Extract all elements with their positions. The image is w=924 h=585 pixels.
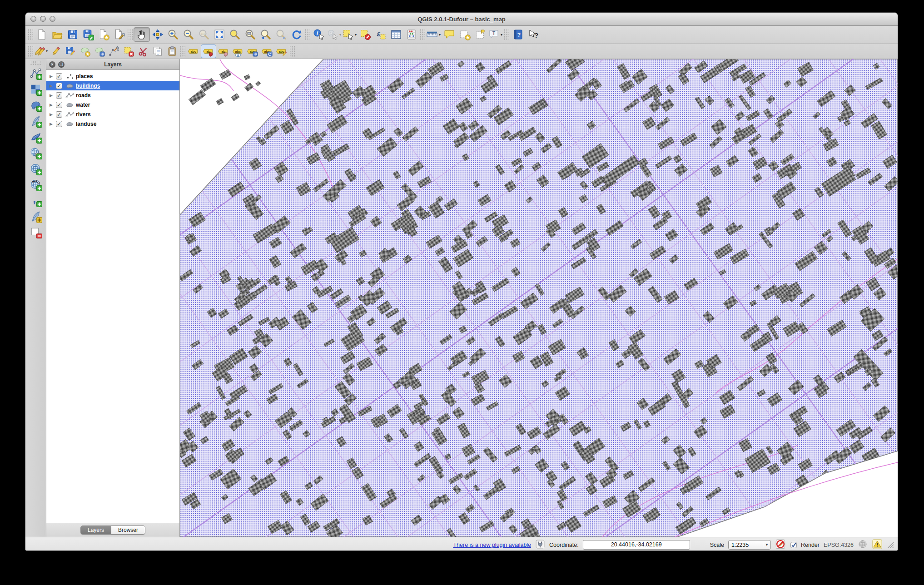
layer-visibility-checkbox[interactable]: ✓ [56,102,62,108]
add-mssql-layer-button[interactable] [28,130,44,146]
node-tool-button[interactable] [107,45,121,58]
deselect-features-button[interactable] [358,28,373,41]
add-wfs-layer-button[interactable] [28,178,44,193]
resize-grip-icon[interactable] [888,542,894,548]
pan-map-button[interactable] [134,27,150,42]
layer-visibility-checkbox[interactable]: ✓ [56,111,62,118]
measure-button[interactable]: ▾ [426,28,442,41]
open-attribute-table-button[interactable] [388,28,404,41]
zoom-last-button[interactable] [258,28,273,41]
zoom-to-selection-button[interactable] [227,28,243,41]
new-bookmark-button[interactable] [457,28,472,41]
tab-layers[interactable]: Layers [81,526,111,534]
save-layer-edits-button[interactable] [63,45,78,58]
render-checkbox[interactable] [790,541,797,548]
expand-arrow-icon[interactable]: ▶ [50,74,56,79]
select-features-button[interactable]: ▾ [342,28,358,41]
panel-tabs: Layers Browser [80,526,145,535]
add-vector-layer-button[interactable] [28,67,44,82]
zoom-next-button[interactable] [273,28,289,41]
expand-arrow-icon[interactable]: ▶ [50,112,56,117]
new-plugin-link[interactable]: There is a new plugin available [453,542,531,548]
highlight-pinned-labels-button[interactable]: ab [216,45,231,58]
pan-map-icon [136,29,148,40]
add-wms-layer-button[interactable] [28,162,44,178]
layer-row-water[interactable]: ▶✓water [46,100,179,109]
minimize-button[interactable] [40,16,46,22]
map-canvas[interactable] [180,59,898,537]
select-by-expression-button[interactable]: ε [373,28,388,41]
add-feature-button[interactable] [78,45,92,58]
composer-manager-button[interactable] [111,28,127,41]
show-bookmarks-button[interactable] [472,28,488,41]
zoom-window-button[interactable] [50,16,55,22]
new-print-composer-button[interactable] [96,28,111,41]
add-oracle-layer-button[interactable] [28,146,44,162]
coordinate-input[interactable]: 20.44016,-34.02169 [583,540,690,550]
change-label-button[interactable]: abc [274,45,289,58]
layer-row-roads[interactable]: ▶✓roads [46,90,179,100]
save-project-as-button[interactable] [80,28,96,41]
run-feature-action-button[interactable]: ▾ [327,28,342,41]
close-button[interactable] [30,16,36,22]
stop-render-icon[interactable] [775,539,786,551]
layers-tree: ▶✓places▶✓buildings▶✓roads▶✓water▶✓river… [46,70,179,523]
zoom-actual-size-button[interactable]: 1:1 [196,28,212,41]
layer-row-landuse[interactable]: ▶✓landuse [46,119,179,129]
add-raster-layer-button[interactable] [28,83,44,98]
refresh-map-button[interactable] [289,28,304,41]
move-label-button[interactable]: abc [245,45,260,58]
current-edits-button[interactable]: ▾ [34,45,49,58]
whats-this-button[interactable]: ? [526,28,541,41]
help-contents-button[interactable]: ? [510,28,526,41]
copy-features-button[interactable] [150,45,165,58]
rotate-label-button[interactable]: abc [260,45,274,58]
scale-combo[interactable]: 1:2235 ▼ [728,540,771,550]
text-annotation-button[interactable]: T▾ [488,28,503,41]
zoom-out-button[interactable] [181,28,196,41]
save-project-button[interactable] [65,28,80,41]
zoom-full-extent-button[interactable] [212,28,227,41]
field-calculator-button[interactable] [404,28,419,41]
expand-arrow-icon[interactable]: ▶ [50,103,56,107]
delete-selected-icon [123,46,134,57]
expand-arrow-icon[interactable]: ▶ [50,84,56,88]
new-spatialite-layer-button[interactable] [28,210,44,225]
remove-layer-button[interactable] [28,226,44,241]
pin-labels-button[interactable]: ab [201,45,216,58]
add-delimited-text-layer-button[interactable]: , [28,194,44,209]
layer-labeling-button[interactable]: abc [186,45,201,58]
layer-row-places[interactable]: ▶✓places [46,71,179,81]
identify-features-button[interactable]: i [311,28,327,41]
crs-globe-icon[interactable] [858,539,868,550]
layer-visibility-checkbox[interactable]: ✓ [56,121,62,127]
cut-features-button[interactable] [136,45,150,58]
layer-visibility-checkbox[interactable]: ✓ [56,92,62,99]
paste-features-button[interactable] [165,45,179,58]
move-feature-button[interactable] [92,45,107,58]
add-postgis-layer-button[interactable] [28,99,44,114]
toolbar-separator [305,29,310,40]
pan-to-selection-button[interactable] [150,28,165,41]
chevron-down-icon: ▾ [338,33,342,37]
plugin-icon[interactable] [535,539,545,550]
zoom-full-extent-icon [214,29,225,40]
layer-row-buildings[interactable]: ▶✓buildings [46,81,179,90]
zoom-to-layer-button[interactable] [243,28,258,41]
tab-browser[interactable]: Browser [111,526,145,534]
expand-arrow-icon[interactable]: ▶ [50,122,56,126]
show-hidden-labels-button[interactable]: abc [231,45,245,58]
new-project-button[interactable] [34,28,50,41]
delete-selected-button[interactable] [121,45,136,58]
messages-warning-icon[interactable] [872,539,883,551]
layer-visibility-checkbox[interactable]: ✓ [56,83,62,89]
add-spatialite-layer-button[interactable] [28,114,44,130]
expand-arrow-icon[interactable]: ▶ [50,93,56,98]
toolbar-handle [30,61,42,65]
toggle-editing-button[interactable] [49,45,63,58]
map-tips-button[interactable] [442,28,457,41]
layer-row-rivers[interactable]: ▶✓rivers [46,109,179,119]
open-project-button[interactable] [50,28,65,41]
layer-visibility-checkbox[interactable]: ✓ [56,73,62,79]
zoom-in-button[interactable] [165,28,181,41]
